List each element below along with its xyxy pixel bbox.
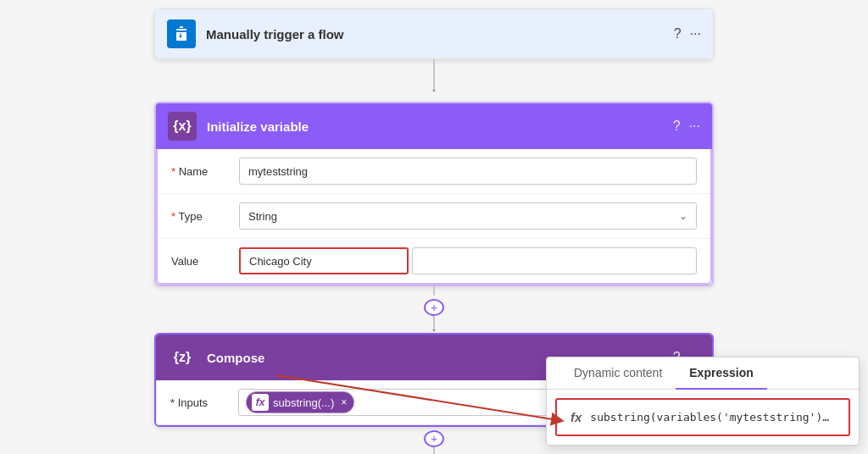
connector-line-2 bbox=[433, 286, 435, 296]
type-label: * Type bbox=[171, 210, 239, 223]
chip-close-icon[interactable]: × bbox=[341, 396, 347, 408]
trigger-card: Manually trigger a flow ? ··· bbox=[154, 8, 714, 59]
value-field-row: Value bbox=[158, 239, 710, 283]
init-variable-body: * Name * Type String ⌄ Value bbox=[156, 149, 712, 285]
add-step-button-1[interactable]: + bbox=[424, 299, 444, 316]
init-variable-actions: ? ··· bbox=[673, 119, 700, 134]
add-step-button-2[interactable]: + bbox=[424, 430, 444, 447]
arrow-1: ↓ bbox=[431, 81, 437, 93]
substring-chip[interactable]: fx substring(...) × bbox=[246, 391, 354, 413]
expression-box[interactable]: fx substring(variables('myteststring'),0… bbox=[555, 398, 850, 436]
compose-icon: {z} bbox=[168, 343, 197, 372]
chip-label: substring(...) bbox=[273, 396, 334, 409]
trigger-header: Manually trigger a flow ? ··· bbox=[155, 9, 713, 58]
type-required-star: * bbox=[171, 210, 175, 223]
tab-dynamic-content[interactable]: Dynamic content bbox=[560, 357, 676, 390]
init-variable-help-icon[interactable]: ? bbox=[673, 119, 681, 134]
compose-inputs-label: * Inputs bbox=[170, 396, 238, 409]
connector-1: ↓ bbox=[431, 59, 437, 102]
init-variable-icon: {x} bbox=[168, 112, 197, 141]
expression-panel: Dynamic content Expression fx substring(… bbox=[546, 357, 860, 446]
trigger-more-icon[interactable]: ··· bbox=[690, 26, 701, 42]
chevron-down-icon: ⌄ bbox=[679, 210, 687, 222]
expression-value: substring(variables('myteststring'),0,su… bbox=[590, 411, 835, 424]
trigger-title: Manually trigger a flow bbox=[206, 27, 674, 42]
type-select[interactable]: String ⌄ bbox=[239, 202, 697, 230]
value-label: Value bbox=[171, 255, 239, 268]
connector-3: + ↓ bbox=[424, 427, 444, 454]
name-label: * Name bbox=[171, 165, 239, 178]
value-input-extra[interactable] bbox=[412, 247, 697, 274]
type-value: String bbox=[248, 210, 277, 223]
trigger-help-icon[interactable]: ? bbox=[674, 26, 682, 42]
init-variable-more-icon[interactable]: ··· bbox=[689, 119, 700, 134]
init-variable-title: Initialize variable bbox=[207, 119, 673, 134]
name-field-row: * Name bbox=[158, 149, 710, 194]
trigger-actions: ? ··· bbox=[674, 26, 701, 42]
trigger-icon bbox=[167, 19, 196, 48]
fx-chip-icon: fx bbox=[252, 394, 269, 411]
init-variable-card: {x} Initialize variable ? ··· * Name bbox=[154, 102, 714, 286]
value-input[interactable] bbox=[239, 247, 409, 274]
type-field-row: * Type String ⌄ bbox=[158, 194, 710, 239]
connector-2: + ↓ bbox=[424, 286, 444, 333]
panel-tabs: Dynamic content Expression bbox=[547, 357, 859, 390]
name-required-star: * bbox=[171, 165, 175, 178]
arrow-2: ↓ bbox=[431, 321, 437, 333]
fx-label: fx bbox=[570, 410, 581, 424]
init-variable-header: {x} Initialize variable ? ··· bbox=[156, 103, 712, 149]
tab-expression[interactable]: Expression bbox=[676, 357, 766, 390]
name-input[interactable] bbox=[239, 158, 697, 185]
